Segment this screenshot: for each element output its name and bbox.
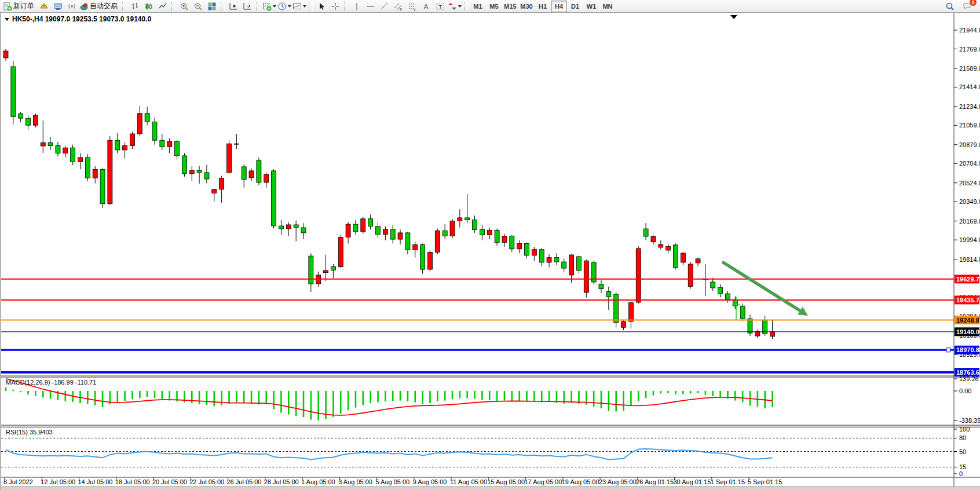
macd-histogram-bar [392,391,394,401]
gold-icon [39,2,49,11]
macd-histogram-bar [27,391,29,394]
gold-button[interactable] [37,0,51,13]
candle-body [257,160,261,182]
chart-window: HK50-,H4 19097.0 19253.5 19073.0 19140.0… [0,13,980,490]
macd-histogram-bar [243,391,245,403]
macd-histogram-bar [697,391,699,393]
chart-canvas[interactable]: HK50-,H4 19097.0 19253.5 19073.0 19140.0… [1,13,980,490]
macd-histogram-bar [712,391,714,396]
candle-body [725,294,730,299]
macd-histogram-bar [630,391,632,406]
timeframe-m5[interactable]: M5 [486,1,502,12]
timeframe-m30[interactable]: M30 [518,1,535,12]
timeframe-mn[interactable]: MN [599,1,616,12]
candle-body [11,67,16,116]
price-tag-label: 18970.8 [956,346,979,353]
candle-body [63,148,68,153]
candle-body [740,306,745,319]
timeframe-d1[interactable]: D1 [567,1,583,12]
auto-trading-label: 自动交易 [89,1,120,11]
line-chart-button[interactable] [156,0,170,13]
strategy-tester-button[interactable] [65,0,79,13]
timeframe-h1[interactable]: H1 [535,1,551,12]
macd-histogram-bar [429,391,431,403]
candle-body [480,229,484,235]
periods-clock-icon [277,2,287,11]
search-button[interactable] [943,0,957,13]
rsi-splitter[interactable] [1,425,980,427]
auto-scroll-button[interactable] [226,0,240,13]
macd-histogram-bar [102,391,104,407]
macd-label: MACD(12,26,9) -186.99 -110.71 [6,379,96,386]
arrows-button[interactable] [447,0,462,13]
price-tick-label: 20879.0 [959,141,980,148]
trendline-button[interactable] [378,0,392,13]
candle-body [331,266,335,270]
zoom-out-button[interactable] [191,0,205,13]
text-label-button[interactable]: T [433,0,447,13]
new-order-label: 新订单 [12,1,36,11]
macd-histogram-bar [645,391,647,398]
svg-text:F: F [414,8,416,11]
macd-histogram-bar [199,391,200,404]
terminal-button[interactable] [51,0,65,13]
macd-splitter[interactable] [1,376,980,378]
rsi-tick-label: 100 [959,426,970,433]
horizontal-line-button[interactable] [364,0,378,13]
chart-shift-button[interactable] [240,0,254,13]
macd-histogram-bar [228,391,230,404]
crosshair-icon [331,2,340,11]
time-axis[interactable]: 8 Jul 202212 Jul 05:0014 Jul 05:0018 Jul… [3,477,782,485]
crosshair-button[interactable] [328,0,342,13]
indicators-add-icon [262,2,272,11]
candle-body [346,224,350,237]
chart-background [1,13,980,490]
candle-body [554,258,559,262]
candle-body [487,230,492,235]
text-button[interactable]: A [419,0,433,13]
timeframe-m15[interactable]: M15 [502,1,518,12]
bar-chart-button[interactable] [128,0,142,13]
notifications-button[interactable]: 1 [960,0,974,13]
periods-button[interactable] [277,0,292,13]
timeframe-w1[interactable]: W1 [583,1,599,12]
candle-body [398,233,403,239]
candle-body [718,287,723,294]
zoom-in-button[interactable] [177,0,191,13]
new-order-icon [3,2,12,11]
new-order-button[interactable]: 新订单 [2,0,37,13]
level-line-handle[interactable] [946,348,950,352]
candle-chart-button[interactable] [142,0,156,13]
candle-body [78,158,83,162]
rsi-tick-label: 0 [959,470,963,477]
macd-histogram-bar [489,391,491,400]
price-tick-label: 19814.0 [959,256,980,263]
tile-windows-button[interactable] [205,0,219,13]
macd-histogram-bar [303,391,305,417]
timeframe-m1[interactable]: M1 [470,1,486,12]
macd-histogram-bar [400,391,401,401]
cursor-button[interactable] [315,0,328,13]
auto-trading-button[interactable]: 自动交易 [79,0,120,13]
timeframe-h4[interactable]: H4 [551,1,567,12]
macd-histogram-bar [251,391,253,404]
equidistant-channel-button[interactable]: E [392,0,405,13]
candle-body [569,255,574,275]
vertical-line-button[interactable] [350,0,364,13]
window-bottom-strip [1,487,980,490]
macd-histogram-bar [771,391,773,407]
macd-histogram-bar [496,391,498,401]
toolbar-grip [221,2,225,11]
candle-body [234,144,239,144]
candle-body [227,144,232,173]
fibonacci-button[interactable]: F [405,0,419,13]
templates-button[interactable] [292,0,307,13]
macd-tick-label: 0.00 [959,387,971,394]
rsi-tick-label: 50 [959,448,966,455]
time-tick-label: 5 Sep 01:15 [748,478,782,485]
candle-body [324,270,328,273]
indicators-button[interactable] [262,0,277,13]
macd-histogram-bar [236,391,237,403]
text-label-icon: T [436,2,445,11]
candle-body [458,218,462,221]
